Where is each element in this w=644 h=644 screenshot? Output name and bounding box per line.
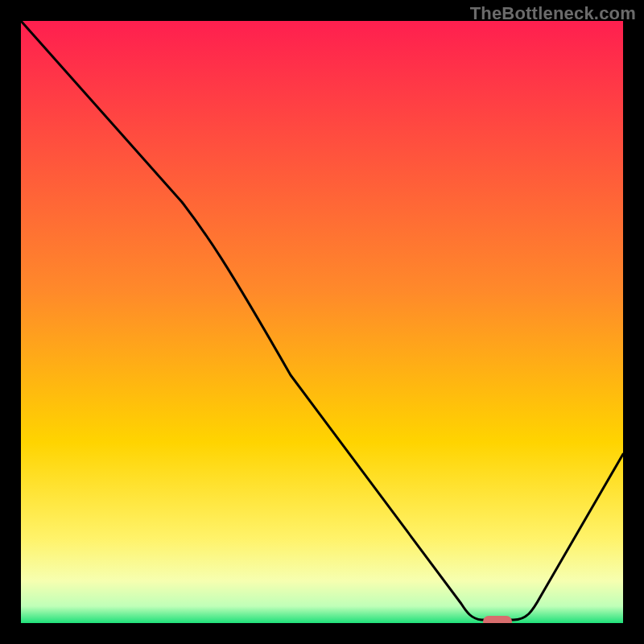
chart-frame: TheBottleneck.com xyxy=(0,0,644,644)
optimal-marker xyxy=(483,616,512,623)
gradient-background xyxy=(21,21,623,623)
plot-area xyxy=(21,21,623,623)
plot-svg xyxy=(21,21,623,623)
watermark-text: TheBottleneck.com xyxy=(470,3,636,24)
